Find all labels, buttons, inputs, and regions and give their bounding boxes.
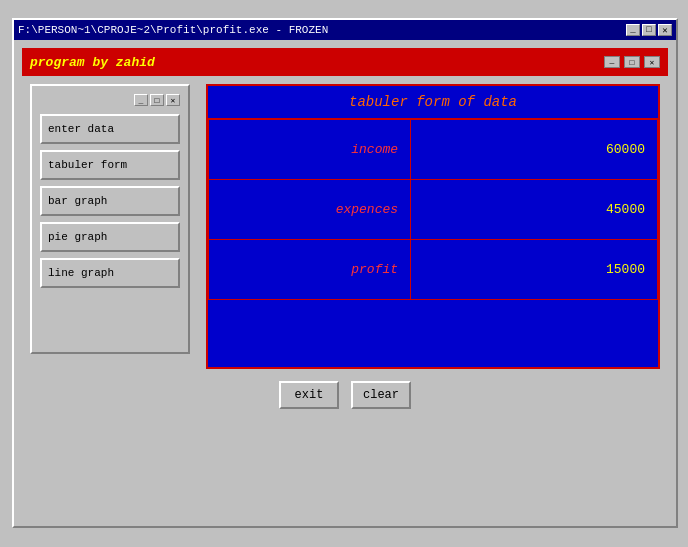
profit-label: profit bbox=[209, 240, 411, 300]
table-row: profit 15000 bbox=[209, 240, 658, 300]
left-panel: _ □ ✕ enter data tabuler form bar graph … bbox=[30, 84, 190, 354]
panel-maximize-button[interactable]: □ bbox=[150, 94, 164, 106]
table-title: tabuler form of data bbox=[208, 86, 658, 119]
panel-titlebar: _ □ ✕ bbox=[40, 94, 180, 106]
header-x-button[interactable]: ✕ bbox=[644, 56, 660, 68]
expences-value: 45000 bbox=[411, 180, 658, 240]
exit-button[interactable]: exit bbox=[279, 381, 339, 409]
minimize-button[interactable]: _ bbox=[626, 24, 640, 36]
title-bar: F:\PERSON~1\CPROJE~2\Profit\profit.exe -… bbox=[14, 20, 676, 40]
income-value: 60000 bbox=[411, 120, 658, 180]
main-window: F:\PERSON~1\CPROJE~2\Profit\profit.exe -… bbox=[12, 18, 678, 528]
maximize-button[interactable]: □ bbox=[642, 24, 656, 36]
enter-data-button[interactable]: enter data bbox=[40, 114, 180, 144]
table-row: income 60000 bbox=[209, 120, 658, 180]
expences-label: expences bbox=[209, 180, 411, 240]
close-button[interactable]: ✕ bbox=[658, 24, 672, 36]
header-title: program by zahid bbox=[30, 55, 155, 70]
line-graph-button[interactable]: line graph bbox=[40, 258, 180, 288]
panel-close-button[interactable]: ✕ bbox=[166, 94, 180, 106]
header-box-button[interactable]: □ bbox=[624, 56, 640, 68]
tabuler-form-button[interactable]: tabuler form bbox=[40, 150, 180, 180]
bottom-bar: exit clear bbox=[14, 381, 676, 409]
main-content: _ □ ✕ enter data tabuler form bar graph … bbox=[14, 84, 676, 369]
clear-button[interactable]: clear bbox=[351, 381, 411, 409]
title-bar-buttons: _ □ ✕ bbox=[626, 24, 672, 36]
data-table: income 60000 expences 45000 profit 15000 bbox=[208, 119, 658, 300]
panel-minimize-button[interactable]: _ bbox=[134, 94, 148, 106]
header-bar: program by zahid — □ ✕ bbox=[22, 48, 668, 76]
profit-value: 15000 bbox=[411, 240, 658, 300]
income-label: income bbox=[209, 120, 411, 180]
table-row: expences 45000 bbox=[209, 180, 658, 240]
window-title: F:\PERSON~1\CPROJE~2\Profit\profit.exe -… bbox=[18, 24, 328, 36]
right-panel: tabuler form of data income 60000 expenc… bbox=[206, 84, 660, 369]
header-controls: — □ ✕ bbox=[604, 56, 660, 68]
bar-graph-button[interactable]: bar graph bbox=[40, 186, 180, 216]
pie-graph-button[interactable]: pie graph bbox=[40, 222, 180, 252]
header-dash-button[interactable]: — bbox=[604, 56, 620, 68]
